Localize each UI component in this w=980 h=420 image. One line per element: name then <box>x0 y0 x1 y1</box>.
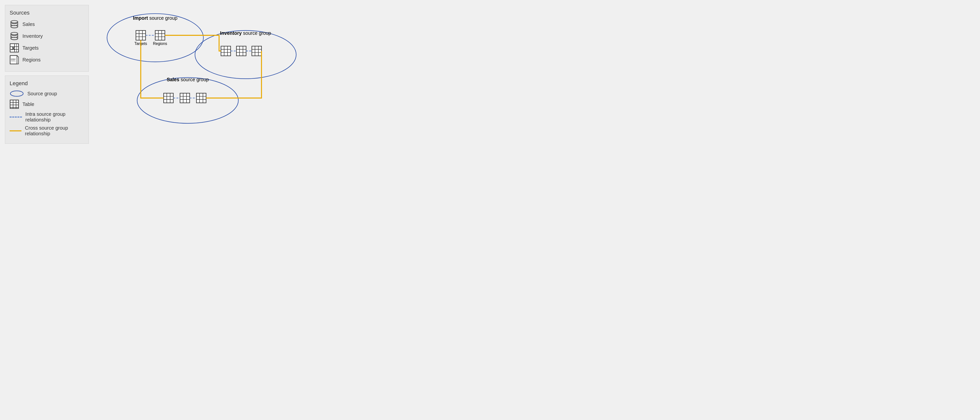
svg-rect-32 <box>221 46 231 56</box>
sales-table-1 <box>164 93 173 103</box>
inventory-table-2 <box>236 46 246 56</box>
legend-item-intra: Intra source group relationship <box>10 111 83 123</box>
source-label-targets: Targets <box>22 45 39 51</box>
ellipse-legend-icon <box>10 90 24 97</box>
source-label-regions: Regions <box>22 57 40 63</box>
sales-table-2 <box>180 93 190 103</box>
legend-item-table: Table <box>10 99 83 109</box>
legend-label-cross: Cross source group relationship <box>25 125 83 137</box>
source-label-inventory: Inventory <box>22 34 43 39</box>
sales-table-3 <box>196 93 206 103</box>
svg-rect-16 <box>10 100 19 109</box>
import-targets-table <box>136 30 146 40</box>
import-regions-table <box>155 30 165 40</box>
cross-line-import-to-sales <box>141 40 164 98</box>
source-item-regions: CSV Regions <box>10 55 83 64</box>
svg-rect-22 <box>136 30 146 40</box>
legend-label-source-group: Source group <box>27 91 57 97</box>
source-item-targets: X Targets <box>10 43 83 53</box>
svg-point-15 <box>10 91 23 96</box>
sources-box: Sources Sales <box>5 5 89 72</box>
svg-rect-57 <box>196 93 206 103</box>
database-icon-sales <box>10 19 19 29</box>
legend-label-intra: Intra source group relationship <box>25 111 83 123</box>
inventory-table-3 <box>252 46 261 56</box>
import-regions-label: Regions <box>153 42 167 46</box>
svg-text:CSV: CSV <box>11 59 16 61</box>
legend-item-source-group: Source group <box>10 90 83 97</box>
svg-point-2 <box>11 32 18 35</box>
import-group-label: Import source group <box>133 15 177 21</box>
intra-line-icon <box>10 117 22 118</box>
svg-rect-47 <box>164 93 173 103</box>
diagram-panel: Import source group Inventory source gro… <box>94 5 301 144</box>
legend-item-cross: Cross source group relationship <box>10 125 83 137</box>
legend-label-table: Table <box>22 102 34 107</box>
table-legend-icon <box>10 99 19 109</box>
svg-rect-52 <box>180 93 190 103</box>
svg-point-0 <box>11 21 18 23</box>
database-icon-inventory <box>10 31 19 41</box>
source-item-inventory: Inventory <box>10 31 83 41</box>
sales-group-label: Sales source group <box>167 77 209 82</box>
sources-title: Sources <box>10 10 83 16</box>
svg-rect-37 <box>236 46 246 56</box>
cross-line-icon <box>10 130 21 131</box>
legend-title: Legend <box>10 80 83 87</box>
source-label-sales: Sales <box>22 21 35 27</box>
svg-rect-42 <box>252 46 261 56</box>
excel-icon-targets: X <box>10 43 19 53</box>
diagram-svg: Import source group Inventory source gro… <box>94 5 301 128</box>
source-item-sales: Sales <box>10 19 83 29</box>
left-panel: Sources Sales <box>5 5 89 144</box>
inventory-table-1 <box>221 46 231 56</box>
legend-box: Legend Source group Table Intra source g… <box>5 75 89 144</box>
svg-rect-27 <box>155 30 165 40</box>
csv-icon-regions: CSV <box>10 55 19 64</box>
cross-line-import-to-inventory <box>165 35 221 51</box>
inventory-group-label: Inventory source group <box>220 30 271 36</box>
